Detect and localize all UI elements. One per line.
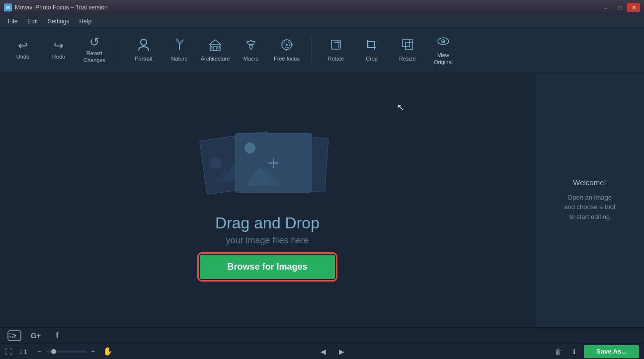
photo-card-front: + bbox=[235, 133, 312, 193]
welcome-title: Welcome! bbox=[573, 178, 606, 187]
bottom-right-controls: 🗑 ℹ Save As... bbox=[552, 345, 639, 358]
toolbar-freefocus[interactable]: Free focus bbox=[269, 31, 305, 70]
toolbar-undo[interactable]: ↩ Undo bbox=[5, 31, 41, 70]
drop-illustration: + ↖ bbox=[203, 121, 332, 205]
close-button[interactable]: ✕ bbox=[627, 3, 640, 12]
macro-icon bbox=[244, 38, 258, 54]
redo-icon: ↪ bbox=[54, 40, 64, 52]
canvas-area[interactable]: + ↖ Drag and Drop your image files here … bbox=[0, 72, 535, 327]
toolbar-group-history: ↩ Undo ↪ Redo ↺ RevertChanges bbox=[5, 28, 112, 72]
title-bar-left: M Movavi Photo Focus – Trial version bbox=[4, 3, 108, 11]
right-panel: Welcome! Open an imageand choose a toolt… bbox=[535, 72, 644, 327]
toolbar: ↩ Undo ↪ Redo ↺ RevertChanges Portrait bbox=[0, 28, 644, 72]
app-icon: M bbox=[4, 3, 12, 11]
zoom-reset-button[interactable]: 1:1 bbox=[17, 348, 29, 356]
toolbar-revert[interactable]: ↺ RevertChanges bbox=[77, 31, 112, 70]
toolbar-rotate[interactable]: Rotate bbox=[318, 31, 354, 70]
macro-label: Macro bbox=[243, 56, 259, 62]
zoom-in-button[interactable]: + bbox=[88, 348, 98, 355]
architecture-label: Architecture bbox=[201, 56, 230, 62]
toolbar-redo[interactable]: ↪ Redo bbox=[41, 31, 77, 70]
toolbar-group-edit: Rotate Crop Resize bbox=[318, 28, 461, 72]
resize-icon bbox=[401, 38, 414, 54]
svg-marker-26 bbox=[14, 334, 16, 337]
facebook-button[interactable]: f bbox=[50, 330, 64, 341]
architecture-icon bbox=[208, 38, 222, 54]
social-bar: You Tube G+ f bbox=[0, 327, 644, 343]
googleplus-button[interactable]: G+ bbox=[29, 330, 43, 341]
rotate-label: Rotate bbox=[328, 56, 344, 62]
save-as-button[interactable]: Save As... bbox=[584, 345, 639, 358]
drag-drop-subtitle: your image files here bbox=[226, 235, 309, 246]
revert-label: RevertChanges bbox=[83, 50, 105, 63]
toolbar-separator-2 bbox=[311, 35, 312, 65]
fullscreen-button[interactable]: ⛶ bbox=[5, 348, 12, 356]
undo-label: Undo bbox=[16, 54, 29, 60]
svg-point-0 bbox=[141, 39, 147, 45]
toolbar-group-focus: Portrait Nature bbox=[126, 28, 305, 72]
main-area: + ↖ Drag and Drop your image files here … bbox=[0, 72, 644, 327]
vieworiginal-icon bbox=[436, 34, 450, 50]
svg-rect-1 bbox=[210, 45, 220, 51]
title-bar: M Movavi Photo Focus – Trial version – □… bbox=[0, 0, 644, 15]
svg-rect-10 bbox=[369, 42, 375, 48]
toolbar-macro[interactable]: Macro bbox=[233, 31, 269, 70]
freefocus-label: Free focus bbox=[274, 56, 300, 62]
minimize-button[interactable]: – bbox=[599, 3, 612, 12]
redo-label: Redo bbox=[52, 54, 65, 60]
maximize-button[interactable]: □ bbox=[613, 3, 626, 12]
welcome-description: Open an imageand choose a toolto start e… bbox=[564, 193, 615, 222]
toolbar-architecture[interactable]: Architecture bbox=[197, 31, 233, 70]
zoom-slider[interactable] bbox=[46, 351, 86, 353]
svg-rect-2 bbox=[214, 47, 217, 51]
svg-rect-4 bbox=[217, 46, 219, 48]
freefocus-icon bbox=[280, 38, 294, 54]
browse-images-button[interactable]: Browse for Images bbox=[200, 255, 334, 279]
bottom-toolbar: ⛶ 1:1 − + ✋ ◀ ▶ 🗑 ℹ Save As... bbox=[0, 343, 644, 359]
svg-rect-11 bbox=[402, 40, 409, 47]
svg-rect-12 bbox=[405, 43, 412, 50]
toolbar-portrait[interactable]: Portrait bbox=[126, 31, 161, 70]
youtube-button[interactable]: You Tube bbox=[7, 330, 21, 341]
title-text: Movavi Photo Focus – Trial version bbox=[15, 4, 108, 11]
nature-label: Nature bbox=[171, 56, 187, 62]
toolbar-vieworiginal[interactable]: ViewOriginal bbox=[425, 31, 461, 70]
toolbar-crop[interactable]: Crop bbox=[354, 31, 390, 70]
resize-label: Resize bbox=[399, 56, 416, 62]
menu-settings[interactable]: Settings bbox=[43, 16, 74, 26]
zoom-controls: − + bbox=[34, 348, 98, 355]
menu-help[interactable]: Help bbox=[74, 16, 96, 26]
svg-point-16 bbox=[209, 156, 222, 170]
menu-file[interactable]: File bbox=[3, 16, 22, 26]
photo-circle bbox=[244, 143, 255, 153]
drag-drop-title: Drag and Drop bbox=[215, 214, 320, 232]
zoom-out-button[interactable]: − bbox=[34, 348, 44, 355]
menu-bar: File Edit Settings Help bbox=[0, 15, 644, 28]
portrait-label: Portrait bbox=[135, 56, 152, 62]
info-button[interactable]: ℹ bbox=[568, 348, 580, 356]
toolbar-separator-1 bbox=[119, 35, 119, 65]
next-image-button[interactable]: ▶ bbox=[336, 348, 347, 356]
bottom-left-controls: ⛶ 1:1 − + ✋ bbox=[5, 347, 113, 356]
svg-rect-3 bbox=[211, 46, 213, 48]
cursor-icon: ↖ bbox=[397, 101, 405, 113]
svg-point-5 bbox=[250, 44, 252, 46]
drop-zone: + ↖ Drag and Drop your image files here … bbox=[200, 121, 334, 279]
svg-point-15 bbox=[443, 41, 444, 42]
nature-icon bbox=[172, 38, 186, 54]
menu-edit[interactable]: Edit bbox=[22, 16, 43, 26]
undo-icon: ↩ bbox=[18, 40, 28, 52]
toolbar-nature[interactable]: Nature bbox=[161, 31, 197, 70]
bottom-center-controls: ◀ ▶ bbox=[318, 348, 347, 356]
vieworiginal-label: ViewOriginal bbox=[434, 52, 453, 65]
pan-tool-button[interactable]: ✋ bbox=[103, 347, 113, 356]
crop-label: Crop bbox=[366, 56, 378, 62]
window-controls: – □ ✕ bbox=[599, 3, 640, 12]
crop-icon bbox=[365, 38, 379, 54]
previous-image-button[interactable]: ◀ bbox=[318, 348, 329, 356]
svg-point-8 bbox=[286, 44, 288, 46]
delete-button[interactable]: 🗑 bbox=[552, 348, 564, 356]
rotate-icon bbox=[329, 38, 343, 54]
zoom-thumb bbox=[51, 349, 56, 354]
toolbar-resize[interactable]: Resize bbox=[390, 31, 425, 70]
